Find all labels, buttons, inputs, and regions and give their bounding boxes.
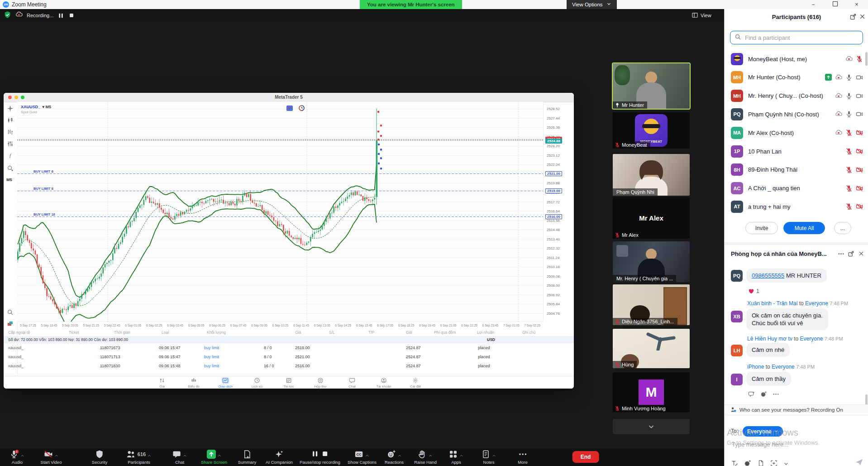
maximize-button[interactable] (828, 1, 842, 8)
participant-row[interactable]: MAMr Alex (Co-host) (725, 124, 868, 142)
participant-search[interactable] (730, 31, 863, 44)
chevron-down-icon[interactable] (783, 460, 789, 466)
toolbar-show-captions[interactable]: CC Show Captions (348, 450, 377, 465)
table-cell: xauusd_ (4, 361, 67, 370)
chat-close-icon[interactable] (858, 250, 865, 258)
participant-row[interactable]: 1P10 Phan Lan (725, 142, 868, 160)
participant-row[interactable]: MoneyBeat (Host, me) (725, 50, 868, 68)
caret-up-icon[interactable] (397, 452, 402, 460)
video-tile[interactable]: Phạm Quỳnh Nhi (613, 154, 690, 196)
participant-row[interactable]: MHMr. Henry ( Chuy... (Co-host) (725, 87, 868, 105)
toolbar-more[interactable]: More (518, 450, 528, 465)
caret-up-icon[interactable] (147, 452, 152, 460)
table-cell: 118071713 (67, 352, 112, 361)
avatar: PQ (731, 108, 743, 120)
chat-more-icon[interactable] (838, 250, 845, 258)
popout-icon[interactable] (849, 13, 857, 20)
caret-up-icon[interactable] (459, 452, 464, 460)
video-tile[interactable]: Hùng (613, 329, 690, 368)
video-tile[interactable]: Mr. Henry ( Chuyên gia ... (613, 241, 690, 282)
format-icon[interactable] (731, 460, 738, 466)
toolbar-apps[interactable]: Apps (449, 450, 464, 465)
caret-up-icon[interactable] (54, 452, 58, 460)
screenshot-icon[interactable] (770, 460, 777, 466)
to-recipient-dropdown[interactable]: Everyone (743, 426, 783, 437)
svg-text:f: f (10, 153, 12, 158)
video-tile[interactable]: Diệu Ngân 3756_Linh... (613, 284, 690, 325)
chat-popout-icon[interactable] (848, 250, 855, 258)
toolbar-reactions[interactable]: Reactions (385, 450, 404, 465)
toolbar-chat[interactable]: Chat (172, 450, 187, 465)
more-videos-button[interactable] (613, 419, 690, 434)
caret-up-icon[interactable] (492, 452, 496, 460)
view-layout-button[interactable]: View (692, 9, 711, 22)
pause-recording-button[interactable] (57, 12, 64, 19)
participant-name: Mr Alex (Co-host) (748, 130, 835, 136)
participant-row[interactable]: PQPhạm Quỳnh Nhi (Co-host) (725, 105, 868, 123)
participants-scrollbar[interactable] (865, 52, 868, 66)
toolbar-security[interactable]: Security (92, 450, 107, 465)
invite-button[interactable]: Invite (745, 222, 778, 234)
participant-row[interactable]: ACA Chới _ quang tien (725, 179, 868, 197)
caret-up-icon[interactable] (20, 452, 25, 460)
toolbar-share-screen[interactable]: Share Screen (201, 450, 227, 465)
phone-link[interactable]: 0986555555 (752, 272, 784, 279)
time-tick: 6 Sep 06:25 (209, 324, 225, 327)
more-icon[interactable] (773, 391, 779, 399)
toolbar-notes[interactable]: Notes (482, 450, 496, 465)
rail-candle-icon (7, 117, 14, 124)
participant-row[interactable]: 8H89-Đinh Hồng Thái (725, 161, 868, 179)
mic-icon (845, 74, 853, 81)
toolbar-raise-hand[interactable]: Raise Hand (414, 450, 437, 465)
minimize-button[interactable]: − (806, 1, 820, 8)
price-tick: 2512.32 (547, 246, 560, 250)
table-cell (520, 364, 574, 368)
toolbar-ai-companion[interactable]: AI Companion (266, 450, 293, 465)
message-reaction[interactable]: 1 (748, 288, 759, 294)
view-options-dropdown[interactable]: View Options (567, 0, 617, 9)
reply-icon[interactable] (748, 391, 755, 399)
close-button[interactable]: × (850, 1, 863, 8)
caret-up-icon[interactable] (428, 452, 433, 460)
mute-all-button[interactable]: Mute All (783, 222, 825, 234)
emoji-icon[interactable] (744, 460, 751, 466)
mt-tab-tab-trade: Giao dịch (215, 377, 235, 389)
video-tile[interactable]: MONEYBEAT MoneyBeat (613, 112, 690, 149)
end-meeting-button[interactable]: End (572, 451, 599, 463)
mt-tab-tab-news: Tin tức (279, 377, 299, 389)
chat-bubble-icon (172, 450, 181, 459)
attach-file-icon[interactable] (757, 460, 764, 466)
table-cell (327, 346, 367, 350)
add-reaction-icon[interactable] (760, 391, 767, 399)
time-tick: 6 Sep 03:45 (167, 324, 183, 327)
chat-bubble: Cảm ơn nhé (746, 343, 790, 357)
mt-tab-tab-quotes: Giá (152, 377, 172, 389)
svg-text:BUY LIMIT 8: BUY LIMIT 8 (33, 187, 53, 191)
price-tick: 2505.84 (547, 302, 560, 306)
caret-up-icon[interactable] (217, 452, 222, 460)
caret-up-icon[interactable] (183, 452, 187, 460)
participants-more-button[interactable]: ... (834, 222, 851, 234)
mt-symbol-block: XAUUSD_ ▾ M5 Spot Gold (21, 103, 51, 115)
stop-recording-button[interactable] (68, 12, 75, 19)
close-icon[interactable] (859, 13, 866, 20)
participant-row[interactable]: MHMr Hunter (Co-host) (725, 68, 868, 86)
caret-up-icon[interactable] (365, 452, 370, 460)
mt-trade-table: Cặp ngoại tệTicketThời gianLoạiKhối lượn… (4, 329, 574, 370)
toolbar-pause-stop-recording[interactable]: Pause/stop recording (300, 450, 340, 465)
participant-row[interactable]: ATa trung + hai my (725, 197, 868, 216)
toolbar-start-video[interactable]: Start Video (41, 450, 62, 465)
table-cell (367, 364, 404, 368)
video-tile[interactable]: M Minh Vương Hoàng (613, 372, 690, 412)
toolbar-audio[interactable]: ! Audio (10, 450, 25, 465)
search-input[interactable] (744, 34, 858, 42)
chat-message-input[interactable] (731, 441, 859, 448)
video-tile[interactable]: Mr Alex Mr Alex (613, 197, 690, 239)
shield-icon (95, 450, 104, 459)
toolbar-summary[interactable]: Summary (238, 450, 257, 465)
send-message-button[interactable] (855, 458, 863, 466)
toolbar-participants[interactable]: 616 Participants (126, 450, 152, 465)
video-tile-name: Mr Alex (622, 232, 639, 238)
mic-off-icon (845, 185, 853, 192)
video-tile[interactable]: Mr Hunter (613, 63, 690, 109)
